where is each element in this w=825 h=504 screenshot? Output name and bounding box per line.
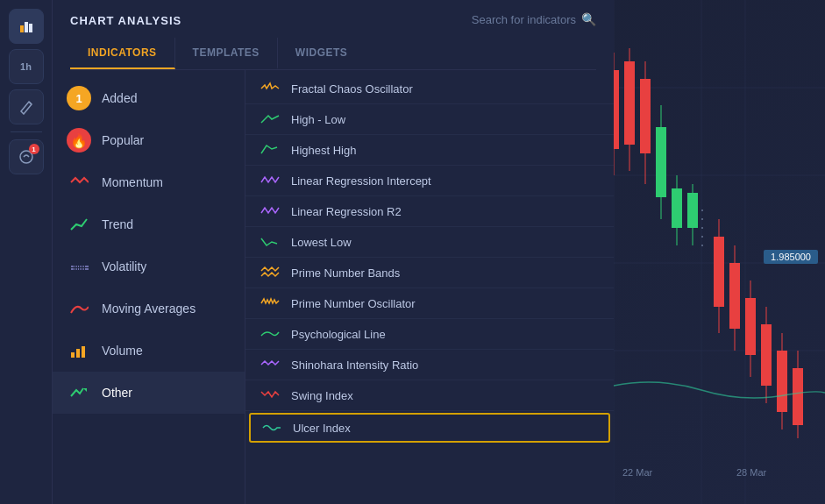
svg-rect-17 (672, 188, 682, 228)
indicator-item-swingindex[interactable]: Swing Index (245, 380, 614, 411)
primenumberosc-label: Prime Number Oscillator (291, 297, 416, 310)
highesthigh-label: Highest High (291, 144, 356, 157)
category-label-added: Added (102, 91, 137, 105)
category-label-other: Other (102, 386, 132, 400)
linregr2-icon (260, 204, 281, 218)
sidebar-btn-draw[interactable] (9, 89, 44, 124)
category-list: 1 Added 🔥 Popular Momentum (53, 70, 245, 504)
svg-rect-26 (714, 237, 724, 307)
svg-rect-34 (777, 351, 787, 412)
indicator-badge: 1 (29, 144, 39, 154)
search-text: Search for indicators (472, 13, 576, 26)
category-item-momentum[interactable]: Momentum (53, 161, 245, 203)
added-icon: 1 (67, 86, 91, 110)
panel: CHART ANALYSIS Search for indicators 🔍 I… (53, 0, 614, 504)
tab-widgets[interactable]: WIDGETS (278, 38, 366, 69)
tabs: INDICATORS TEMPLATES WIDGETS (70, 38, 596, 70)
category-label-volatility: Volatility (102, 259, 146, 273)
svg-rect-39 (29, 24, 32, 32)
psychline-icon (260, 327, 281, 341)
primenumberosc-icon (260, 296, 281, 310)
category-item-trend[interactable]: Trend (53, 203, 245, 245)
svg-rect-38 (25, 22, 28, 32)
panel-body: 1 Added 🔥 Popular Momentum (53, 70, 614, 504)
fractal-icon (260, 82, 281, 96)
svg-rect-36 (793, 368, 803, 425)
sidebar-btn-timeframe[interactable]: 1h (9, 49, 44, 84)
indicator-item-primenumberosc[interactable]: Prime Number Oscillator (245, 288, 614, 319)
svg-rect-19 (687, 193, 698, 228)
tab-templates[interactable]: TEMPLATES (175, 38, 278, 69)
category-item-added[interactable]: 1 Added (53, 77, 245, 119)
linregint-icon (260, 174, 281, 188)
indicator-item-psychline[interactable]: Psychological Line (245, 319, 614, 350)
category-label-momentum: Momentum (102, 175, 163, 189)
search-icon: 🔍 (581, 12, 596, 26)
category-label-volume: Volume (102, 344, 143, 358)
category-label-moving: Moving Averages (102, 302, 196, 316)
psychline-label: Psychological Line (291, 328, 386, 341)
indicator-item-highesthigh[interactable]: Highest High (245, 135, 614, 166)
indicator-item-fractal[interactable]: Fractal Chaos Oscillator (245, 74, 614, 104)
price-label: 1.985000 (764, 250, 818, 264)
lowestlow-icon (260, 235, 281, 249)
indicator-item-linregint[interactable]: Linear Regression Intercept (245, 166, 614, 196)
category-label-trend: Trend (102, 217, 133, 231)
indicator-item-shinohara[interactable]: Shinohara Intensity Ratio (245, 350, 614, 380)
ulcerindex-icon (261, 421, 282, 435)
timeframe-label: 1h (20, 61, 32, 72)
indicator-item-highlow[interactable]: High - Low (245, 104, 614, 135)
shinohara-label: Shinohara Intensity Ratio (291, 358, 418, 372)
highlow-icon (260, 112, 281, 126)
category-item-volume[interactable]: Volume (53, 330, 245, 372)
highlow-label: High - Low (291, 113, 345, 126)
svg-rect-30 (745, 298, 756, 355)
svg-rect-15 (656, 127, 666, 197)
category-label-popular: Popular (102, 133, 144, 147)
lowestlow-label: Lowest Low (291, 236, 352, 249)
panel-header: CHART ANALYSIS Search for indicators 🔍 I… (53, 0, 614, 70)
ulcerindex-label: Ulcer Index (293, 422, 351, 435)
category-item-other[interactable]: Other (53, 372, 245, 414)
date-label-right: 28 Mar (736, 467, 766, 478)
sidebar-btn-indicators[interactable]: 1 (9, 139, 44, 174)
swingindex-icon (260, 388, 281, 402)
moving-icon (67, 296, 91, 321)
other-icon (67, 380, 91, 405)
linregr2-label: Linear Regression R2 (291, 205, 402, 218)
svg-rect-37 (20, 25, 24, 32)
left-sidebar: 1h 1 (0, 0, 53, 504)
svg-rect-32 (761, 324, 772, 386)
svg-rect-28 (729, 263, 740, 329)
highesthigh-icon (260, 143, 281, 157)
indicator-item-ulcerindex[interactable]: Ulcer Index (249, 413, 610, 443)
tab-indicators[interactable]: INDICATORS (70, 38, 175, 69)
category-item-volatility[interactable]: Volatility (53, 245, 245, 287)
indicator-item-lowestlow[interactable]: Lowest Low (245, 227, 614, 258)
category-item-moving[interactable]: Moving Averages (53, 287, 245, 330)
indicator-item-linregr2[interactable]: Linear Regression R2 (245, 196, 614, 227)
indicator-list: Fractal Chaos Oscillator High - Low High… (245, 70, 614, 504)
category-item-popular[interactable]: 🔥 Popular (53, 119, 245, 161)
svg-rect-41 (71, 352, 75, 358)
date-label-left: 22 Mar (622, 467, 652, 478)
volume-icon (67, 338, 91, 363)
svg-rect-42 (76, 349, 80, 358)
linregint-label: Linear Regression Intercept (291, 174, 431, 188)
indicator-item-primenumberbands[interactable]: Prime Number Bands (245, 258, 614, 288)
svg-rect-11 (624, 61, 635, 145)
sidebar-divider (11, 131, 42, 132)
primenumberbands-label: Prime Number Bands (291, 266, 400, 280)
shinohara-icon (260, 358, 281, 372)
swingindex-label: Swing Index (291, 389, 353, 402)
volatility-icon (67, 254, 91, 279)
fractal-label: Fractal Chaos Oscillator (291, 82, 413, 96)
trend-icon (67, 212, 91, 237)
momentum-icon (67, 170, 91, 195)
primenumberbands-icon (260, 266, 281, 280)
svg-rect-13 (640, 79, 651, 153)
svg-rect-43 (82, 346, 85, 358)
popular-icon: 🔥 (67, 128, 91, 153)
search-bar[interactable]: Search for indicators 🔍 (472, 12, 596, 26)
sidebar-btn-chart[interactable] (9, 9, 44, 44)
